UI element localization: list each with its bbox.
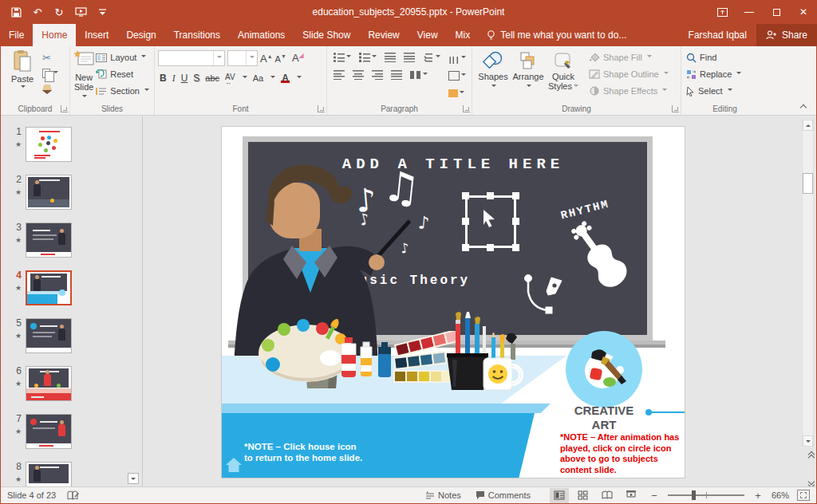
thumbnail-slide-1[interactable]: 1★: [7, 127, 142, 162]
arrange-button[interactable]: Arrange: [511, 49, 546, 91]
zoom-slider-thumb[interactable]: [692, 490, 696, 500]
close-button[interactable]: ✕: [790, 0, 817, 24]
tab-review[interactable]: Review: [359, 24, 408, 46]
pen-tool-icon[interactable]: [520, 272, 565, 318]
tab-design[interactable]: Design: [117, 24, 164, 46]
italic-button[interactable]: I: [172, 73, 176, 85]
character-spacing-button[interactable]: AV↔: [225, 73, 235, 85]
font-name-combo[interactable]: [158, 50, 225, 66]
paste-button[interactable]: Paste: [4, 49, 41, 90]
font-dialog-launcher[interactable]: [318, 105, 325, 112]
note-home-text[interactable]: *NOTE – Click house icon to return to th…: [244, 441, 364, 463]
scroll-down-button[interactable]: [803, 435, 813, 447]
text-shadow-button[interactable]: S: [193, 73, 199, 84]
minimize-button[interactable]: —: [736, 0, 763, 24]
reset-button[interactable]: Reset: [94, 67, 151, 81]
grow-font-button[interactable]: A▲: [260, 53, 273, 65]
fit-slide-to-window-button[interactable]: [797, 490, 810, 501]
account-name[interactable]: Farshad Iqbal: [679, 24, 756, 46]
align-right-button[interactable]: [370, 67, 385, 83]
tell-me-box[interactable]: Tell me what you want to do...: [479, 24, 634, 46]
shapes-button[interactable]: Shapes: [476, 49, 511, 91]
paint-tubes[interactable]: [338, 336, 393, 380]
selection-box-graphic[interactable]: [465, 195, 516, 248]
numbering-button[interactable]: [357, 49, 378, 65]
thumbnail-slide-8[interactable]: 8★: [7, 462, 142, 486]
slide-canvas[interactable]: ADD A TITLE HERE ♫ ♪ ♪ ♪ ♪ RHYTHM: [222, 127, 685, 478]
select-button[interactable]: Select: [685, 84, 743, 98]
tab-insert[interactable]: Insert: [76, 24, 117, 46]
share-button[interactable]: Share: [756, 24, 817, 46]
copy-button[interactable]: [42, 67, 58, 80]
home-icon[interactable]: [226, 457, 242, 473]
layout-button[interactable]: Layout: [94, 50, 151, 65]
tab-slide-show[interactable]: Slide Show: [294, 24, 359, 46]
zoom-slider[interactable]: [668, 490, 744, 501]
reading-view-button[interactable]: [598, 488, 617, 503]
notes-button[interactable]: Notes: [422, 487, 464, 504]
increase-indent-button[interactable]: [402, 49, 416, 65]
new-slide-button[interactable]: NewSlide: [73, 49, 94, 101]
note-subjects-text[interactable]: *NOTE – After animation has played, clic…: [560, 432, 681, 475]
thumbnail-slide-7[interactable]: 7★: [7, 414, 142, 449]
align-text-button[interactable]: [447, 68, 468, 84]
quick-styles-button[interactable]: QuickStyles: [546, 49, 581, 91]
line-spacing-button[interactable]: ↕: [421, 49, 442, 65]
drawing-dialog-launcher[interactable]: [672, 105, 679, 112]
thumbnail-slide-3[interactable]: 3★: [7, 222, 142, 258]
font-size-combo[interactable]: [227, 50, 258, 66]
font-name-dropdown-icon[interactable]: [213, 51, 224, 65]
tab-mix[interactable]: Mix: [447, 24, 480, 46]
zoom-out-button[interactable]: −: [649, 490, 660, 502]
vertical-scrollbar[interactable]: [802, 118, 814, 448]
thumbnail-slide-5[interactable]: 5★: [7, 318, 142, 353]
zoom-in-button[interactable]: +: [752, 490, 764, 502]
align-left-button[interactable]: [332, 67, 346, 83]
tab-view[interactable]: View: [408, 24, 447, 46]
normal-view-button[interactable]: [550, 488, 569, 503]
font-color-button[interactable]: A: [281, 74, 290, 83]
replace-button[interactable]: Replace: [685, 67, 743, 81]
thumbnail-slide-6[interactable]: 6★: [7, 366, 142, 401]
subjects-circle-button[interactable]: [566, 331, 642, 408]
columns-button[interactable]: [408, 67, 429, 83]
slide-sorter-view-button[interactable]: [574, 488, 593, 503]
tab-file[interactable]: File: [0, 24, 33, 46]
underline-button[interactable]: U: [181, 73, 188, 84]
shape-outline-button[interactable]: Shape Outline: [587, 67, 670, 81]
collapse-ribbon-icon[interactable]: [800, 104, 807, 110]
clear-formatting-button[interactable]: A◢: [292, 52, 304, 64]
scroll-up-button[interactable]: [803, 120, 813, 131]
convert-smartart-button[interactable]: [447, 85, 468, 101]
slide-indicator[interactable]: Slide 4 of 23: [7, 490, 56, 500]
change-case-button[interactable]: Aa: [253, 73, 263, 83]
justify-button[interactable]: [389, 67, 404, 83]
bold-button[interactable]: B: [160, 73, 167, 84]
thumbnail-scroll-down-button[interactable]: [128, 473, 139, 484]
zoom-level[interactable]: 66%: [772, 490, 789, 500]
ribbon-display-options-icon[interactable]: [708, 0, 736, 24]
strikethrough-button[interactable]: abc: [205, 73, 219, 83]
clipboard-dialog-launcher[interactable]: [61, 105, 68, 112]
smiley-mug[interactable]: [482, 333, 523, 392]
undo-icon[interactable]: ↶: [31, 6, 44, 18]
section-button[interactable]: Section: [94, 84, 151, 98]
shrink-font-button[interactable]: A▼: [275, 53, 286, 64]
align-center-button[interactable]: [351, 67, 365, 83]
customize-qat-icon[interactable]: [96, 6, 109, 18]
tab-transitions[interactable]: Transitions: [165, 24, 229, 46]
maximize-button[interactable]: [763, 0, 790, 24]
shape-effects-button[interactable]: Shape Effects: [587, 84, 670, 98]
text-direction-button[interactable]: [447, 50, 468, 66]
save-icon[interactable]: [10, 6, 22, 18]
tab-home[interactable]: Home: [33, 24, 76, 46]
bullets-button[interactable]: [332, 49, 353, 65]
cut-button[interactable]: ✂: [42, 51, 58, 64]
redo-icon[interactable]: ↻: [53, 6, 65, 18]
find-button[interactable]: Find: [685, 50, 743, 65]
slide-show-view-button[interactable]: [622, 488, 641, 503]
proofing-icon[interactable]: [67, 490, 79, 501]
start-from-beginning-icon[interactable]: [74, 6, 87, 18]
scrollbar-thumb[interactable]: [803, 173, 813, 194]
font-size-dropdown-icon[interactable]: [246, 51, 257, 65]
